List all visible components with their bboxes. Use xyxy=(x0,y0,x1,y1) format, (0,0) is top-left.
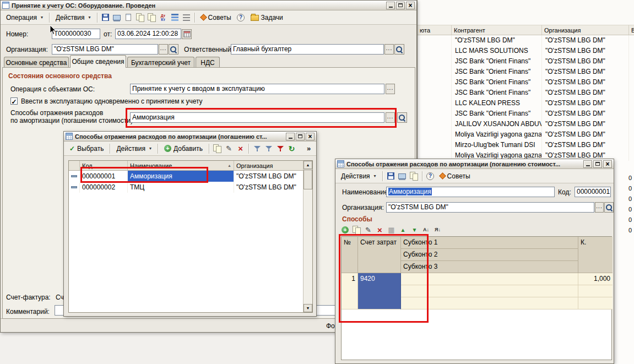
name-field[interactable]: Амморизация xyxy=(386,187,555,197)
organization-column-header[interactable]: Организация xyxy=(542,25,629,35)
select-button[interactable]: Выбрать xyxy=(66,144,107,154)
code-cell[interactable]: 000000002 xyxy=(80,182,128,193)
number-field[interactable]: T000000030 xyxy=(52,29,100,39)
actions-menu-button[interactable]: Действия xyxy=(113,144,155,154)
copy-document-icon[interactable] xyxy=(147,12,157,23)
depreciation-search-icon[interactable] xyxy=(397,112,407,123)
organization-search-icon[interactable] xyxy=(604,202,614,213)
responsible-search-icon[interactable] xyxy=(394,44,404,55)
row-num-cell[interactable]: 1 xyxy=(342,273,358,309)
toolbar-overflow-icon[interactable] xyxy=(304,143,314,154)
organization-search-icon[interactable] xyxy=(169,44,178,55)
organization-cell[interactable]: "O'zSTSM LBG DM" xyxy=(542,88,629,98)
table-row[interactable]: JSC Bank "Orient Finans""O'zSTSM LBG DM" xyxy=(418,56,634,67)
table-row[interactable]: Mirzo-Ulug'bek Tumani DSI"O'zSTSM LBG DM… xyxy=(418,140,634,150)
date-field[interactable]: 03.06.2024 12:00:28 xyxy=(115,29,181,39)
organization-field[interactable]: "O'zSTSM LBG DM" xyxy=(52,44,158,55)
close-icon[interactable] xyxy=(603,160,612,168)
partial-column-header[interactable]: В xyxy=(629,25,634,35)
row-marker-column-header[interactable] xyxy=(69,161,80,170)
copy-row-icon[interactable] xyxy=(351,225,362,235)
table-row[interactable]: LLC MARS SOLUTIONS"O'zSTSM LBG DM" xyxy=(418,46,634,56)
filter-icon[interactable] xyxy=(263,143,274,154)
list-item[interactable]: 000000002 ТМЦ "O'zSTSM LBG DM" xyxy=(69,182,303,193)
depreciation-method-field[interactable]: Амморизация xyxy=(130,112,384,123)
subconto3-cell[interactable] xyxy=(401,297,578,309)
table-row[interactable]: Moliya Vazirligi yagona gazna h..."O'zST… xyxy=(418,129,634,140)
main-window-titlebar[interactable]: Принятие к учету ОС: Оборудование. Прове… xyxy=(1,1,416,10)
code-cell[interactable]: 000000001 xyxy=(80,171,128,182)
organization-ellipsis-button[interactable] xyxy=(159,44,168,55)
copy-icon[interactable] xyxy=(135,12,145,23)
vertical-scrollbar[interactable] xyxy=(303,161,312,312)
minimize-icon[interactable] xyxy=(386,2,395,9)
maximize-icon[interactable] xyxy=(396,2,405,9)
organization-cell[interactable]: "O'zSTSM LBG DM" xyxy=(542,129,629,140)
save-icon[interactable] xyxy=(100,12,111,23)
contractor-cell[interactable]: JSC Bank "Orient Finans" xyxy=(452,67,542,77)
sort-descending-icon[interactable] xyxy=(432,225,443,235)
delete-row-icon[interactable] xyxy=(375,225,385,235)
tab-fixed-assets[interactable]: Основные средства xyxy=(4,57,69,68)
table-row[interactable]: JALILOV XUSANJON ABDUV..."O'zSTSM LBG DM… xyxy=(418,119,634,129)
table-row[interactable]: "O'zSTSM LBG DM""O'zSTSM LBG DM" xyxy=(418,35,634,46)
refresh-icon[interactable] xyxy=(286,143,297,154)
minimize-icon[interactable] xyxy=(583,160,592,168)
table-row[interactable]: LLC KALEON PRESS"O'zSTSM LBG DM" xyxy=(418,98,634,108)
scroll-down-icon[interactable] xyxy=(304,304,312,312)
organization-cell[interactable]: "O'zSTSM LBG DM" xyxy=(542,119,629,129)
contractor-cell[interactable]: JSC Bank "Orient Finans" xyxy=(452,56,542,67)
scrollbar-thumb[interactable] xyxy=(304,170,312,189)
coefficient-cell-empty[interactable] xyxy=(578,297,613,309)
move-up-icon[interactable] xyxy=(398,225,408,235)
organization-cell[interactable]: "O'zSTSM LBG DM" xyxy=(542,140,629,150)
help-icon[interactable] xyxy=(425,171,436,181)
organization-field[interactable]: "O'zSTSM LBG DM" xyxy=(386,202,594,213)
contractor-cell[interactable]: LLC MARS SOLUTIONS xyxy=(452,46,542,56)
organization-column-header[interactable]: Организация xyxy=(234,161,303,170)
contractor-cell[interactable]: JSC Bank "Orient Finans" xyxy=(452,108,542,119)
add-button[interactable]: Добавить xyxy=(161,144,206,154)
add-row-icon[interactable] xyxy=(340,225,350,235)
subconto1-cell[interactable] xyxy=(401,273,578,285)
organization-cell[interactable]: "O'zSTSM LBG DM" xyxy=(542,108,629,119)
name-cell[interactable]: Амморизация xyxy=(128,171,234,182)
operation-menu-button[interactable]: Операция xyxy=(3,13,46,23)
code-column-header[interactable]: Код xyxy=(80,161,128,170)
contractor-cell[interactable]: Moliya Vazirligi yagona gazna h... xyxy=(452,129,542,140)
tips-button[interactable]: Советы xyxy=(198,13,235,23)
organization-cell[interactable]: "O'zSTSM LBG DM" xyxy=(542,56,629,67)
sort-ascending-icon[interactable] xyxy=(421,225,431,235)
organization-cell[interactable]: "O'zSTSM LBG DM" xyxy=(542,67,629,77)
table-row[interactable]: JSC Bank "Orient Finans""O'zSTSM LBG DM" xyxy=(418,108,634,119)
organization-ellipsis-button[interactable] xyxy=(595,202,604,213)
table-row[interactable]: JSC Bank "Orient Finans""O'zSTSM LBG DM" xyxy=(418,88,634,98)
structure-icon[interactable] xyxy=(170,12,180,23)
depreciation-ellipsis-button[interactable] xyxy=(386,112,395,123)
actions-menu-button[interactable]: Действия xyxy=(52,13,94,23)
calendar-icon[interactable] xyxy=(182,29,192,39)
organization-cell[interactable]: "O'zSTSM LBG DM" xyxy=(542,35,629,46)
subconto2-cell[interactable] xyxy=(401,285,578,297)
organization-cell[interactable]: "O'zSTSM LBG DM" xyxy=(542,77,629,88)
coefficient-cell-empty[interactable] xyxy=(578,285,613,297)
edit-row-icon[interactable] xyxy=(363,225,373,235)
table-row[interactable]: JSC Bank "Orient Finans""O'zSTSM LBG DM" xyxy=(418,67,634,77)
operation-ellipsis-button[interactable] xyxy=(386,84,395,94)
dtkt-postings-icon[interactable] xyxy=(158,12,169,23)
save-icon[interactable] xyxy=(386,171,396,181)
contractor-cell[interactable]: "O'zSTSM LBG DM" xyxy=(452,35,542,46)
move-down-icon[interactable] xyxy=(409,225,420,235)
tab-accounting[interactable]: Бухгалтерский учет xyxy=(127,57,194,68)
reread-document-icon[interactable] xyxy=(123,12,134,23)
filter-settings-icon[interactable] xyxy=(252,143,262,154)
operation-field[interactable]: Принятие к учету с вводом в эксплуатацию xyxy=(130,84,384,94)
commissioning-checkbox[interactable] xyxy=(10,97,18,105)
maximize-icon[interactable] xyxy=(593,160,602,168)
table-row[interactable]: JSC Bank "Orient Finans""O'zSTSM LBG DM" xyxy=(418,77,634,88)
tips-button[interactable]: Советы xyxy=(437,171,474,181)
list-settings-icon[interactable] xyxy=(181,12,192,23)
name-cell[interactable]: ТМЦ xyxy=(128,182,234,193)
code-field[interactable]: 000000001 xyxy=(575,187,611,197)
grid-settings-icon[interactable] xyxy=(386,225,397,235)
